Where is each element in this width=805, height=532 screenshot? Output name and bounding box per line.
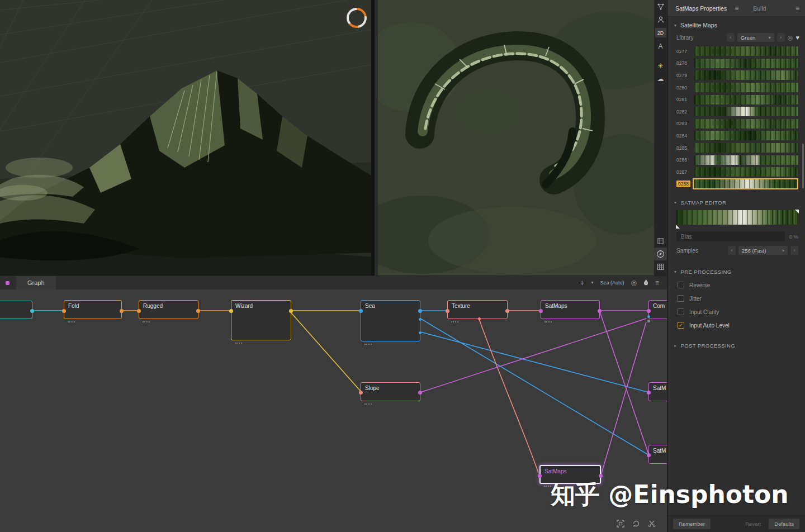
node-sea[interactable]: Sea bbox=[361, 300, 420, 341]
satmap-entry[interactable]: 0279 bbox=[667, 69, 805, 82]
grid-layout-icon[interactable] bbox=[654, 260, 667, 273]
fit-view-icon[interactable] bbox=[617, 520, 624, 528]
satmap-entry[interactable]: 0281 bbox=[667, 93, 805, 106]
node-satmap-right-2[interactable]: SatM bbox=[648, 445, 667, 464]
viewport-2d[interactable] bbox=[378, 0, 654, 276]
output-port[interactable] bbox=[599, 474, 603, 478]
output-port[interactable] bbox=[30, 309, 34, 313]
node-rugged[interactable]: Rugged bbox=[139, 300, 198, 319]
add-node-icon[interactable]: + bbox=[580, 279, 584, 287]
option-input-clarity[interactable]: ✓ Input Clarity bbox=[667, 305, 805, 319]
checkbox-checked[interactable]: ✓ bbox=[678, 322, 684, 329]
input-port[interactable] bbox=[647, 320, 650, 322]
satmap-entry[interactable]: 0287 bbox=[667, 166, 805, 178]
graph-tab[interactable]: Graph bbox=[16, 276, 56, 289]
cloud-icon[interactable]: ☁ bbox=[654, 72, 667, 85]
wire[interactable] bbox=[291, 313, 361, 391]
tab-satmaps-properties[interactable]: SatMaps Properties bbox=[675, 5, 727, 12]
satmap-entry-selected[interactable]: 0288 bbox=[667, 178, 805, 191]
2d-view-button[interactable]: 2D bbox=[655, 28, 666, 37]
annotation-icon[interactable]: A bbox=[654, 40, 667, 53]
refresh-icon[interactable] bbox=[632, 520, 640, 528]
input-port[interactable] bbox=[647, 315, 650, 318]
input-port[interactable] bbox=[62, 309, 66, 313]
character-icon[interactable] bbox=[654, 13, 667, 26]
checkbox[interactable]: ✓ bbox=[678, 308, 684, 315]
remember-button[interactable]: Remember bbox=[673, 519, 711, 529]
option-jitter[interactable]: ✓ Jitter bbox=[667, 292, 805, 305]
bias-slider[interactable]: Bias bbox=[676, 231, 785, 241]
sun-icon[interactable]: ☀ bbox=[654, 59, 667, 72]
target-icon[interactable]: ◎ bbox=[631, 279, 637, 286]
input-port[interactable] bbox=[647, 391, 651, 395]
input-port[interactable] bbox=[359, 391, 363, 395]
chevron-down-icon[interactable]: ▾ bbox=[591, 281, 593, 285]
satmap-entry[interactable]: 0277 bbox=[667, 45, 805, 58]
node-wizard[interactable]: Wizard bbox=[231, 300, 291, 340]
wire[interactable] bbox=[601, 322, 646, 475]
satmap-editor-gradient[interactable] bbox=[676, 210, 798, 225]
gradient-marker-right[interactable] bbox=[795, 210, 799, 213]
revert-button[interactable]: Revert bbox=[743, 519, 763, 529]
prev-library-button[interactable]: ‹ bbox=[727, 33, 735, 42]
node-texture[interactable]: Texture bbox=[447, 300, 508, 319]
input-port[interactable] bbox=[137, 309, 141, 313]
output-port[interactable] bbox=[418, 391, 422, 395]
output-port[interactable] bbox=[478, 317, 481, 320]
input-port[interactable] bbox=[359, 309, 363, 313]
auto-build-status[interactable]: Sea (Auto) bbox=[600, 280, 624, 286]
node-combine[interactable]: Com bbox=[648, 300, 667, 319]
pick-icon[interactable]: ◎ bbox=[788, 34, 793, 41]
output-port[interactable] bbox=[598, 309, 602, 313]
section-satellite-maps[interactable]: ▾ Satellite Maps bbox=[667, 17, 805, 32]
input-port[interactable] bbox=[446, 309, 449, 313]
satmap-entry[interactable]: 0282 bbox=[667, 106, 805, 118]
node-fold[interactable]: Fold bbox=[64, 300, 122, 319]
section-pre-processing[interactable]: ▾ PRE PROCESSING bbox=[667, 264, 805, 278]
compass-icon[interactable] bbox=[654, 248, 667, 260]
wire[interactable] bbox=[420, 332, 648, 392]
library-select[interactable]: Green ▾ bbox=[737, 33, 774, 42]
tab-build[interactable]: Build bbox=[753, 5, 766, 12]
next-library-button[interactable]: › bbox=[777, 33, 785, 42]
node-edge[interactable] bbox=[0, 301, 32, 319]
samples-select[interactable]: 256 (Fast) ▾ bbox=[738, 246, 788, 255]
graph-network-icon[interactable] bbox=[654, 0, 667, 13]
prev-samples-button[interactable]: ‹ bbox=[728, 246, 736, 255]
output-port[interactable] bbox=[505, 309, 509, 313]
satmap-entry[interactable]: 0278 bbox=[667, 58, 805, 70]
output-port[interactable] bbox=[419, 331, 422, 334]
option-input-auto-level[interactable]: ✓ Input Auto Level bbox=[667, 319, 805, 332]
satmap-entry[interactable]: 0283 bbox=[667, 118, 805, 130]
checkbox[interactable]: ✓ bbox=[678, 295, 684, 302]
output-port[interactable] bbox=[289, 309, 293, 313]
node-satmap-right-1[interactable]: SatM bbox=[648, 382, 667, 401]
node-satmaps-1[interactable]: SatMaps bbox=[541, 300, 600, 319]
output-port[interactable] bbox=[419, 318, 422, 321]
wire[interactable] bbox=[420, 319, 648, 455]
section-satmap-editor[interactable]: ▾ SATMAP EDITOR bbox=[667, 194, 805, 209]
input-port[interactable] bbox=[229, 309, 233, 313]
next-samples-button[interactable]: › bbox=[790, 246, 798, 255]
wire[interactable] bbox=[479, 319, 538, 473]
panel-menu-icon[interactable]: ≡ bbox=[795, 4, 799, 12]
satmap-entry[interactable]: 0284 bbox=[667, 130, 805, 142]
output-port[interactable] bbox=[120, 309, 124, 313]
section-post-processing[interactable]: ▸ POST PROCESSING bbox=[667, 338, 805, 352]
satmap-entry[interactable]: 0280 bbox=[667, 82, 805, 94]
gradient-marker-left[interactable] bbox=[676, 225, 680, 229]
satmap-entry[interactable]: 0285 bbox=[667, 142, 805, 154]
wire[interactable] bbox=[420, 319, 646, 392]
option-reverse[interactable]: ✓ Reverse bbox=[667, 278, 805, 292]
output-port[interactable] bbox=[418, 309, 422, 313]
list-scrollbar[interactable] bbox=[802, 144, 804, 188]
wire[interactable] bbox=[600, 312, 648, 454]
defaults-button[interactable]: Defaults bbox=[769, 519, 799, 529]
input-port[interactable] bbox=[539, 309, 543, 313]
properties-menu-icon[interactable]: ≡ bbox=[735, 4, 738, 12]
viewport-3d[interactable] bbox=[0, 0, 375, 276]
output-port[interactable] bbox=[196, 309, 200, 313]
input-port[interactable] bbox=[647, 453, 651, 457]
node-slope[interactable]: Slope bbox=[361, 382, 420, 401]
satmap-entry[interactable]: 0286 bbox=[667, 154, 805, 166]
